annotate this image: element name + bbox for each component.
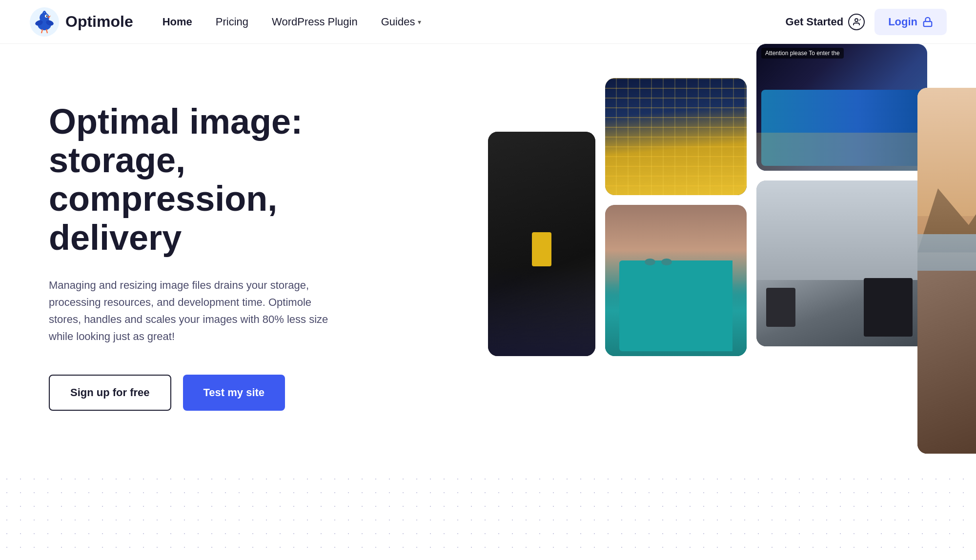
hero-image-train: Attention please To enter the xyxy=(756,44,927,171)
lock-icon xyxy=(922,17,933,27)
navbar-right: Get Started Login xyxy=(786,9,947,35)
user-icon xyxy=(848,14,865,30)
logo-icon xyxy=(29,7,60,37)
nav-home[interactable]: Home xyxy=(163,16,192,28)
guides-chevron-icon: ▾ xyxy=(418,18,421,26)
hero-description: Managing and resizing image files drains… xyxy=(49,277,342,345)
logo-text: Optimole xyxy=(65,13,133,31)
signup-button[interactable]: Sign up for free xyxy=(49,375,171,411)
navbar-left: Optimole Home Pricing WordPress Plugin G… xyxy=(29,7,421,37)
nav-links: Home Pricing WordPress Plugin Guides ▾ xyxy=(163,16,422,28)
navbar: Optimole Home Pricing WordPress Plugin G… xyxy=(0,0,976,44)
hero-image-building xyxy=(605,78,747,195)
logo[interactable]: Optimole xyxy=(29,7,133,37)
nav-pricing[interactable]: Pricing xyxy=(216,16,248,28)
hero-image-arch xyxy=(756,180,927,346)
hero-buttons: Sign up for free Test my site xyxy=(49,375,342,411)
hero-image-collage: Attention please To enter the xyxy=(488,44,976,483)
hero-section: Optimal image: storage, compression, del… xyxy=(0,44,976,560)
hero-title: Optimal image: storage, compression, del… xyxy=(49,102,342,257)
attention-sign: Attention please To enter the xyxy=(761,48,844,59)
hero-image-beach xyxy=(917,88,976,454)
hero-image-woman xyxy=(605,205,747,356)
test-my-site-button[interactable]: Test my site xyxy=(183,375,285,411)
nav-wordpress[interactable]: WordPress Plugin xyxy=(272,16,358,28)
get-started-button[interactable]: Get Started xyxy=(786,14,865,30)
nav-guides[interactable]: Guides ▾ xyxy=(381,16,422,28)
hero-content: Optimal image: storage, compression, del… xyxy=(0,44,342,560)
arch-detail-block xyxy=(864,278,913,337)
login-button[interactable]: Login xyxy=(874,9,947,35)
hero-image-surf xyxy=(488,132,595,356)
svg-point-5 xyxy=(46,15,48,17)
surf-figure xyxy=(532,232,551,266)
svg-point-10 xyxy=(855,19,858,21)
svg-rect-11 xyxy=(924,21,932,26)
